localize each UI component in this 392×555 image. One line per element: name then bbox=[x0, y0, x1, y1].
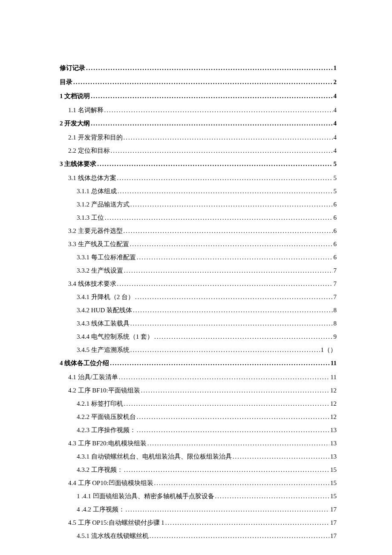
toc-page-number: 1 bbox=[334, 64, 337, 72]
toc-label: 3.3 生产线及工位配置 bbox=[68, 240, 129, 248]
toc-label: 3.1.2 产品输送方式 bbox=[77, 200, 130, 209]
toc-page-number: 6 bbox=[334, 214, 337, 221]
toc-label: 3.4.3 线体工装载具 bbox=[77, 320, 130, 328]
toc-entry: 3.2 主要元器件选型6 bbox=[60, 227, 337, 235]
toc-page-number: 17 bbox=[330, 532, 337, 540]
toc-leader-dots bbox=[165, 519, 329, 526]
toc-entry: 4.5.1 流水线在线锁螺丝机17 bbox=[60, 532, 337, 540]
toc-page-number: 13 bbox=[330, 453, 337, 460]
toc-label: 4.5.1 流水线在线锁螺丝机 bbox=[77, 532, 149, 540]
toc-entry: 4 线体各工位介绍11 bbox=[60, 359, 337, 367]
toc-page-number: 15 bbox=[330, 493, 337, 500]
toc-page-number: 12 bbox=[330, 400, 337, 407]
toc-leader-dots bbox=[124, 134, 333, 141]
toc-leader-dots bbox=[137, 413, 329, 421]
toc-leader-dots bbox=[105, 214, 333, 221]
toc-page-number: 15 bbox=[330, 479, 337, 487]
toc-page-number: 15 bbox=[330, 466, 337, 474]
toc-entry: 3.1.2 产品输送方式6 bbox=[60, 200, 337, 209]
toc-entry: 3.4.3 线体工装载具8 bbox=[60, 320, 337, 328]
toc-leader-dots bbox=[141, 387, 329, 394]
toc-entry: 3 主线体要求5 bbox=[60, 160, 337, 168]
toc-leader-dots bbox=[86, 64, 333, 72]
toc-leader-dots bbox=[73, 78, 333, 86]
toc-label: 3.1.1 总体组成 bbox=[77, 187, 117, 195]
toc-entry: 1 文档说明4 bbox=[60, 92, 337, 100]
toc-page-number: 8 bbox=[334, 320, 337, 327]
toc-leader-dots bbox=[91, 93, 332, 100]
toc-entry: 4 .4.2 工序视频：17 bbox=[60, 506, 337, 514]
toc-page-number: 7 bbox=[334, 267, 337, 274]
toc-page-number: 9 bbox=[334, 333, 337, 340]
toc-page-number: 7 bbox=[334, 280, 337, 288]
toc-entry: 3.3.2 生产线设置7 bbox=[60, 267, 337, 275]
toc-label: 3.3.1 每工位标准配置 bbox=[77, 253, 136, 262]
toc-entry: 4.3 工序 BF20:电机模块组装13 bbox=[60, 439, 337, 447]
toc-entry: 2 开发大纲4 bbox=[60, 119, 337, 128]
toc-leader-dots bbox=[124, 267, 333, 274]
toc-label: 3.4.1 升降机（2 台） bbox=[77, 293, 134, 301]
toc-entry: 3.1 线体总体方案5 bbox=[60, 174, 337, 182]
toc-page-number: 1（） bbox=[321, 346, 337, 354]
toc-page-number: 12 bbox=[330, 413, 337, 421]
toc-label: 1 文档说明 bbox=[60, 92, 90, 100]
toc-leader-dots bbox=[119, 374, 330, 381]
toc-page-number: 6 bbox=[334, 241, 337, 248]
toc-entry: 修订记录1 bbox=[60, 64, 337, 72]
toc-entry: 3.1.3 工位6 bbox=[60, 214, 337, 222]
toc-entry: 4.2.1 标签打印机12 bbox=[60, 400, 337, 408]
toc-page-number: 6 bbox=[334, 254, 337, 261]
toc-label: 3.4 线体技术要求 bbox=[68, 280, 116, 288]
toc-page-number: 4 bbox=[334, 134, 337, 141]
toc-page-number: 4 bbox=[334, 147, 337, 154]
toc-leader-dots bbox=[233, 453, 329, 460]
toc-page-number: 4 bbox=[334, 120, 337, 127]
toc-label: 4.2.3 工序操作视频： bbox=[77, 426, 136, 434]
toc-page-number: 6 bbox=[334, 227, 337, 235]
toc-label: 3 主线体要求 bbox=[60, 160, 96, 168]
toc-label: 1.1 名词解释 bbox=[68, 106, 104, 114]
toc-leader-dots bbox=[104, 107, 333, 114]
toc-entry: 2.1 开发背景和目的4 bbox=[60, 134, 337, 142]
toc-entry: 3.3.1 每工位标准配置6 bbox=[60, 253, 337, 262]
toc-leader-dots bbox=[154, 333, 333, 340]
toc-page-number: 4 bbox=[334, 93, 337, 100]
toc-leader-dots bbox=[91, 120, 332, 127]
toc-page-number: 2 bbox=[334, 78, 337, 86]
toc-label: 4 .4.2 工序视频： bbox=[77, 506, 125, 514]
toc-entry: 4.2.2 平面镜压胶机台12 bbox=[60, 413, 337, 421]
toc-label: 4.2 工序 BF10:平面镜组装 bbox=[68, 386, 140, 395]
toc-entry: 4.3.1 自动锁螺丝机台、电机组装治具、限位板组装治具13 bbox=[60, 453, 337, 461]
toc-entry: 3.4.5 生产追溯系统1（） bbox=[60, 346, 337, 354]
toc-label: 3.1 线体总体方案 bbox=[68, 174, 116, 182]
toc-page-number: 12 bbox=[330, 387, 337, 394]
toc-page-number: 11 bbox=[331, 360, 337, 367]
toc-page-number: 17 bbox=[330, 519, 337, 526]
toc-page-number: 13 bbox=[330, 427, 337, 434]
toc-entry: 3.4 线体技术要求7 bbox=[60, 280, 337, 288]
toc-leader-dots bbox=[126, 506, 330, 513]
toc-page-number: 5 bbox=[334, 188, 337, 195]
toc-label: 4.1 治具/工装清单 bbox=[68, 373, 118, 381]
toc-leader-dots bbox=[215, 493, 330, 500]
toc-entry: 1 .4.1 凹面镜组装治具、精密多轴机械手点胶设备15 bbox=[60, 492, 337, 500]
toc-label: 2.1 开发背景和目的 bbox=[68, 134, 123, 142]
toc-leader-dots bbox=[124, 227, 333, 235]
toc-page-number: 4 bbox=[334, 107, 337, 114]
toc-leader-dots bbox=[135, 293, 333, 301]
toc-leader-dots bbox=[124, 400, 329, 407]
toc-page-number: 5 bbox=[334, 160, 337, 168]
toc-leader-dots bbox=[130, 201, 333, 208]
toc-entry: 4.2.3 工序操作视频：13 bbox=[60, 426, 337, 434]
toc-label: 3.4.4 电气控制系统（1 套） bbox=[77, 333, 153, 341]
toc-entry: 目录2 bbox=[60, 78, 337, 86]
toc-leader-dots bbox=[111, 147, 333, 154]
toc-label: 4.5 工序 OP15:自动螺丝锁付步骤 1 bbox=[68, 519, 164, 527]
toc-label: 2.2 定位和目标 bbox=[68, 147, 110, 155]
toc-page-number: 13 bbox=[330, 440, 337, 447]
toc-page-number: 6 bbox=[334, 201, 337, 208]
toc-entry: 4.4 工序 OP10:凹面镜模块组装15 bbox=[60, 479, 337, 487]
toc-label: 3.4.2 HUD 装配线体 bbox=[77, 306, 132, 314]
toc-page-number: 17 bbox=[330, 506, 337, 513]
toc-page-number: 8 bbox=[334, 307, 337, 314]
